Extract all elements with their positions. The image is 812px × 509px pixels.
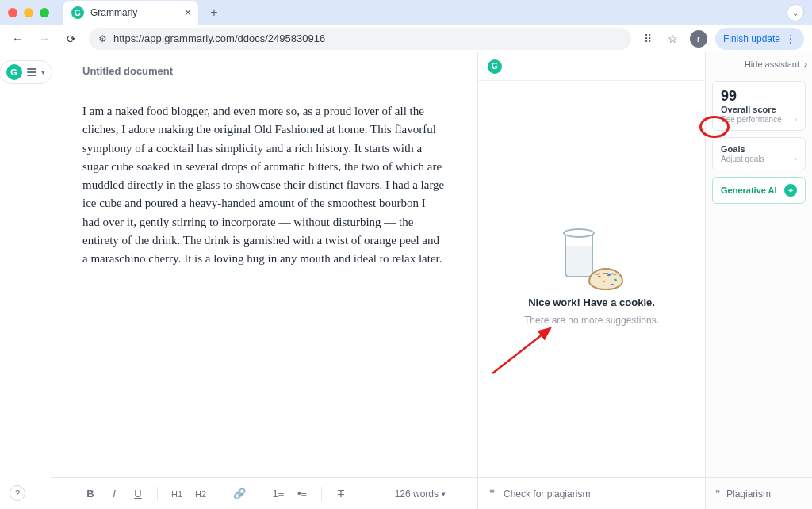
editor-pane: Untitled document I am a naked food blog… [51,52,478,509]
score-label: Overall score [721,105,797,114]
hamburger-icon [27,68,36,76]
word-count-label: 126 words [395,488,439,499]
minimize-window-button[interactable] [24,8,33,17]
h1-button[interactable]: H1 [169,486,185,502]
chevron-down-icon: ▾ [442,490,446,498]
doc-menu-button[interactable]: G ▾ [0,60,52,84]
ordered-list-button[interactable]: 1≡ [270,486,286,502]
hide-assistant-button[interactable]: Hide assistant ›› [706,52,812,76]
address-row: ← → ⟳ ⚙ https://app.grammarly.com/ddocs/… [0,25,812,52]
goals-label: Goals [721,144,797,154]
bold-button[interactable]: B [82,486,98,502]
underline-button[interactable]: U [130,486,146,502]
more-icon[interactable]: ⋮ [785,33,796,45]
window-controls [8,8,49,17]
reload-button[interactable]: ⟳ [62,29,81,48]
chrome-menu-button[interactable]: ⌄ [787,4,804,21]
link-button[interactable]: 🔗 [232,486,247,502]
suggestions-subtext: There are no more suggestions. [524,315,659,326]
clear-format-button[interactable]: T̶ [333,486,349,502]
url-text: https://app.grammarly.com/ddocs/24958309… [113,33,325,44]
finish-update-label: Finish update [723,33,780,44]
address-actions: ⠿ ☆ r Finish update ⋮ [639,28,804,50]
tab-title: Grammarly [90,7,137,18]
separator [157,487,158,501]
plagiarism-button[interactable]: ❞ Plagiarism [706,477,812,509]
suggestions-header: G [478,52,705,81]
grammarly-logo-icon: G [6,64,22,80]
avatar-initial: r [697,34,700,44]
left-rail: G ▾ [0,52,51,509]
profile-avatar[interactable]: r [690,30,707,48]
quote-icon: ❞ [489,488,496,500]
document-title-input[interactable]: Untitled document [82,65,446,77]
word-count-button[interactable]: 126 words ▾ [395,488,446,499]
assistant-pane: Hide assistant ›› 99 Overall score See p… [706,52,812,509]
maximize-window-button[interactable] [40,8,49,17]
back-button[interactable]: ← [8,29,27,48]
score-value: 99 [721,88,797,105]
help-button[interactable]: ? [10,485,25,501]
quote-icon: ❞ [715,488,720,499]
format-group: B I U H1 H2 🔗 1≡ •≡ T̶ [82,486,349,502]
address-bar[interactable]: ⚙ https://app.grammarly.com/ddocs/249583… [89,28,631,50]
bookmark-icon[interactable]: ☆ [665,30,682,48]
close-window-button[interactable] [8,8,17,17]
suggestions-headline: Nice work! Have a cookie. [528,297,655,308]
site-settings-icon[interactable]: ⚙ [98,33,107,44]
document-body[interactable]: I am a naked food blogger, and even more… [51,80,477,477]
close-tab-icon[interactable]: ✕ [184,7,192,18]
editor-footer: B I U H1 H2 🔗 1≡ •≡ T̶ 126 words ▾ [51,477,477,509]
separator [259,487,259,501]
italic-button[interactable]: I [106,486,122,502]
suggestions-empty-state: Nice work! Have a cookie. There are no m… [478,81,705,477]
plagiarism-label: Plagiarism [726,488,771,499]
grammarly-logo-icon: G [488,59,502,74]
chevron-right-icon: › [794,114,797,124]
generative-ai-card[interactable]: Generative AI ✦ [712,177,806,204]
check-plagiarism-label: Check for plagiarism [504,488,590,499]
forward-button[interactable]: → [35,29,54,48]
grammarly-favicon-icon: G [71,6,84,19]
chevron-down-icon: ▾ [41,68,45,76]
assistant-cards: 99 Overall score See performance › Goals… [706,76,812,209]
translate-icon[interactable]: ⠿ [639,30,657,48]
browser-chrome: G Grammarly ✕ + ⌄ ← → ⟳ ⚙ https://app.gr… [0,0,812,52]
tab-bar: G Grammarly ✕ + ⌄ [0,0,812,25]
sparkle-icon: ✦ [784,184,797,197]
check-plagiarism-button[interactable]: ❞ Check for plagiarism [478,477,705,509]
separator [321,487,322,501]
finish-update-button[interactable]: Finish update ⋮ [715,28,804,50]
score-sublabel: See performance [721,115,782,124]
browser-tab[interactable]: G Grammarly ✕ [63,1,198,25]
h2-button[interactable]: H2 [193,486,209,502]
overall-score-card[interactable]: 99 Overall score See performance › [712,81,806,131]
generative-ai-label: Generative AI [721,186,777,195]
separator [220,487,220,501]
chevron-right-icon: › [794,154,797,163]
doc-header: Untitled document [51,52,477,80]
app: G ▾ Untitled document I am a naked food … [0,52,812,509]
new-tab-button[interactable]: + [203,2,225,24]
cookie-illustration-icon [560,233,623,290]
unordered-list-button[interactable]: •≡ [294,486,310,502]
goals-card[interactable]: Goals Adjust goals › [712,137,806,170]
suggestions-pane: G Nice work! Have a cookie. There are no… [478,52,706,509]
hide-assistant-label: Hide assistant [745,59,799,69]
goals-sublabel: Adjust goals [721,155,764,163]
